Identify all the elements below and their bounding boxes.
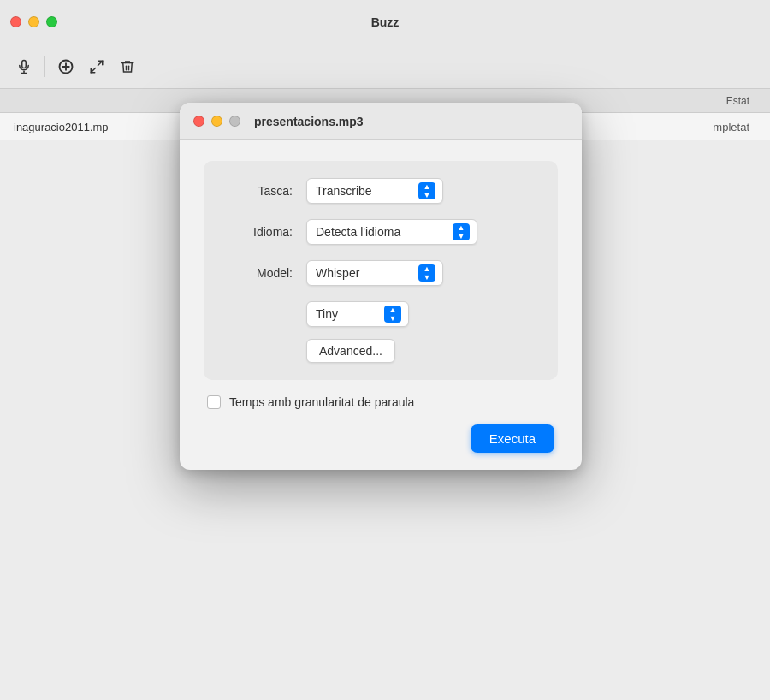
model-value: Whisper — [316, 266, 412, 280]
checkbox-label: Temps amb granularitat de paraula — [229, 395, 414, 409]
modal-minimize-button[interactable] — [211, 116, 222, 127]
size-row: Tiny ▲ ▼ — [224, 301, 537, 327]
modal-title: presentacions.mp3 — [254, 115, 364, 128]
idioma-label: Idioma: — [224, 225, 293, 239]
size-value: Tiny — [316, 307, 377, 321]
advanced-row: Advanced... — [224, 339, 537, 363]
model-chevron-icon: ▲ ▼ — [418, 264, 435, 282]
tasca-select[interactable]: Transcribe ▲ ▼ — [306, 178, 443, 204]
tasca-chevron-icon: ▲ ▼ — [418, 182, 435, 199]
size-select-wrapper: Tiny ▲ ▼ — [306, 301, 409, 327]
size-select[interactable]: Tiny ▲ ▼ — [306, 301, 409, 327]
modal-maximize-button[interactable] — [229, 116, 240, 127]
execute-row: Executa — [204, 424, 558, 453]
idioma-chevron-icon: ▲ ▼ — [453, 223, 470, 240]
execute-button[interactable]: Executa — [471, 424, 554, 453]
advanced-button[interactable]: Advanced... — [306, 339, 395, 363]
idioma-value: Detecta l'idioma — [316, 225, 446, 239]
word-timing-checkbox[interactable] — [207, 395, 221, 409]
form-panel: Tasca: Transcribe ▲ ▼ — [204, 161, 558, 380]
modal-close-button[interactable] — [193, 116, 204, 127]
model-select-wrapper: Whisper ▲ ▼ — [306, 260, 443, 286]
tasca-select-wrapper: Transcribe ▲ ▼ — [306, 178, 443, 204]
idioma-select-wrapper: Detecta l'idioma ▲ ▼ — [306, 219, 477, 245]
idioma-row: Idioma: Detecta l'idioma ▲ ▼ — [224, 219, 537, 245]
model-label: Model: — [224, 266, 293, 280]
modal-window: presentacions.mp3 Tasca: Transcribe ▲ — [180, 103, 582, 470]
idioma-select[interactable]: Detecta l'idioma ▲ ▼ — [306, 219, 477, 245]
tasca-row: Tasca: Transcribe ▲ ▼ — [224, 178, 537, 204]
checkbox-row: Temps amb granularitat de paraula — [204, 395, 558, 409]
tasca-label: Tasca: — [224, 184, 293, 198]
size-chevron-icon: ▲ ▼ — [384, 306, 401, 323]
model-select[interactable]: Whisper ▲ ▼ — [306, 260, 443, 286]
model-row: Model: Whisper ▲ ▼ — [224, 260, 537, 286]
modal-body: Tasca: Transcribe ▲ ▼ — [180, 140, 582, 470]
modal-titlebar: presentacions.mp3 — [180, 103, 582, 140]
tasca-value: Transcribe — [316, 184, 412, 198]
modal-overlay: presentacions.mp3 Tasca: Transcribe ▲ — [0, 0, 770, 700]
